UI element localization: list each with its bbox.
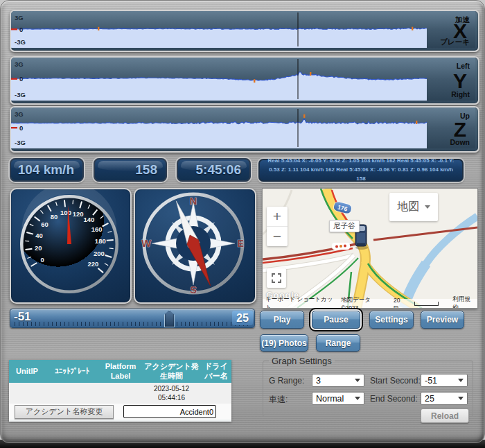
axis-letter: Y [453, 69, 467, 92]
place-label: 尼子谷 [329, 220, 360, 232]
drive-recorder-dashboard: 3G0-3G加速Xブレーキ3G0-3GLeftYRight3G0-3GUpZDo… [0, 0, 485, 448]
speed-mode-value: Normal [316, 394, 344, 404]
slider-ticks [15, 322, 250, 326]
event-marker [310, 72, 311, 76]
table-cell [9, 383, 45, 404]
g-range-label: G Range: [269, 376, 304, 386]
fullscreen-button[interactable] [267, 268, 286, 288]
gauge-tick-label: 220 [88, 260, 99, 268]
scale-neg3g-label: -3G [15, 91, 26, 98]
waveform-fill [11, 119, 427, 148]
timeline-slider[interactable]: -51 25 [10, 309, 255, 328]
table-cell [99, 383, 142, 404]
scale-neg3g-label: -3G [15, 38, 26, 46]
axis-bottom-label: ブレーキ [440, 37, 470, 46]
start-second-select[interactable]: -51 [421, 374, 468, 387]
zero-tick [11, 28, 17, 30]
table-header-row: UnitIPﾕﾆｯﾄﾌﾟﾚｰﾄPlatform Labelアクシデント発生時間ド… [9, 360, 231, 383]
reload-button[interactable]: Reload [421, 408, 469, 423]
fullscreen-icon [272, 273, 281, 283]
speed-display: 104 km/h [10, 158, 84, 182]
gauge-tick-label: 180 [95, 237, 106, 245]
axis-bottom-label: Right [451, 90, 470, 98]
event-marker [98, 27, 99, 31]
map-data-attribution: 地図データ ©2023 [341, 296, 387, 309]
range-button[interactable]: Range [316, 334, 360, 352]
terms-link[interactable]: 利用規約 [452, 295, 475, 309]
cardinal-N: N [190, 195, 197, 207]
accident-name-input[interactable] [123, 405, 216, 418]
telemetry-log: Real 5:45:04 X: -0.05 Y: 0.32 Z: 1.05 10… [258, 159, 464, 182]
rename-accident-button[interactable]: アクシデント名称変更 [15, 405, 114, 419]
scale-3g-label: 3G [15, 14, 24, 21]
play-button[interactable]: Play [260, 311, 304, 329]
table-header-cell: ドライバー名 [201, 360, 231, 383]
slider-max-label: 25 [232, 311, 253, 325]
table-cell: 2023-05-1205:44:16 [142, 383, 201, 404]
table-row: 2023-05-1205:44:16 [9, 383, 231, 404]
speed-mode-label: 車速: [269, 394, 288, 406]
keyboard-shortcuts-link[interactable]: キーボード ショートカット [265, 295, 334, 309]
heading-display: 158 [94, 158, 167, 182]
slider-thumb[interactable] [164, 310, 175, 327]
zero-tick [11, 78, 17, 80]
preview-button[interactable]: Preview [421, 311, 464, 329]
graph-x[interactable]: 3G0-3G加速Xブレーキ [10, 10, 479, 52]
scale-3g-label: 3G [15, 60, 24, 68]
gauge-tick-label: 120 [73, 210, 84, 218]
gauge-tick-label: 40 [35, 232, 43, 239]
g-range-select[interactable]: 3 [312, 374, 364, 387]
table-header-cell: アクシデント発生時間 [142, 360, 201, 383]
graph-y[interactable]: 3G0-3GLeftYRight [10, 56, 479, 105]
speedometer-panel: 020406080100120140160180200220 [10, 188, 132, 304]
speed-mode-select[interactable]: Normal [312, 392, 364, 405]
event-marker [303, 114, 305, 118]
table-header-cell: ﾕﾆｯﾄﾌﾟﾚｰﾄ [45, 360, 99, 383]
pause-button[interactable]: Pause [312, 311, 360, 329]
map-attribution-bar: キーボード ショートカット 地図データ ©2023 20 m 利用規約 [263, 299, 477, 308]
gauge-tick-label: 80 [51, 213, 58, 221]
axis-bottom-label: Down [450, 138, 470, 146]
compass-panel: NESW [134, 188, 256, 304]
table-cell [201, 383, 231, 404]
chevron-down-icon [355, 379, 360, 382]
end-second-value: 25 [425, 394, 434, 404]
time-value: 5:45:06 [196, 162, 242, 178]
chevron-down-icon [355, 397, 360, 400]
end-second-select[interactable]: 25 [421, 392, 468, 405]
chevron-down-icon [425, 205, 430, 209]
scale-0-label: 0 [19, 75, 23, 83]
gauge-tick-label: 100 [60, 209, 71, 216]
zoom-in-button[interactable]: + [267, 207, 288, 227]
g-range-value: 3 [316, 376, 321, 386]
start-second-value: -51 [425, 376, 437, 386]
cardinal-S: S [190, 284, 197, 295]
speed-value: 104 km/h [18, 162, 74, 178]
map-zoom-controls: + − [267, 207, 288, 246]
photos-button[interactable]: (19) Photos [260, 334, 308, 352]
heading-value: 158 [135, 162, 157, 178]
zero-tick [11, 127, 17, 128]
cardinal-W: W [141, 237, 152, 249]
cardinal-E: E [237, 237, 244, 249]
scale-0-label: 0 [19, 124, 23, 132]
map[interactable]: + − 地図 176 尼子谷 Google キーボード ショートカット 地図デー… [263, 189, 477, 308]
speedometer-gauge: 020406080100120140160180200220 [11, 189, 127, 300]
settings-button[interactable]: Settings [369, 311, 414, 329]
scale-3g-label: 3G [15, 110, 24, 118]
event-marker [416, 121, 417, 124]
gauge-tick-label: 20 [35, 244, 42, 252]
map-type-button[interactable]: 地図 [389, 193, 438, 221]
graph-z[interactable]: 3G0-3GUpZDown [10, 106, 479, 153]
zoom-out-button[interactable]: − [267, 227, 288, 246]
waveform-fill [11, 28, 427, 48]
chevron-down-icon [458, 379, 464, 382]
gauge-tick-label: 60 [41, 221, 48, 228]
gauge-tick-label: 140 [83, 216, 94, 223]
gauge-tick-label: 160 [91, 225, 103, 233]
telemetry-log-text: Real 5:45:04 X: -0.05 Y: 0.32 Z: 1.05 10… [265, 157, 457, 183]
slider-min-label: -51 [14, 310, 31, 324]
accident-table: UnitIPﾕﾆｯﾄﾌﾟﾚｰﾄPlatform Labelアクシデント発生時間ド… [9, 360, 231, 422]
map-scale-text: 20 m [394, 297, 406, 309]
table-header-cell: UnitIP [9, 360, 45, 383]
